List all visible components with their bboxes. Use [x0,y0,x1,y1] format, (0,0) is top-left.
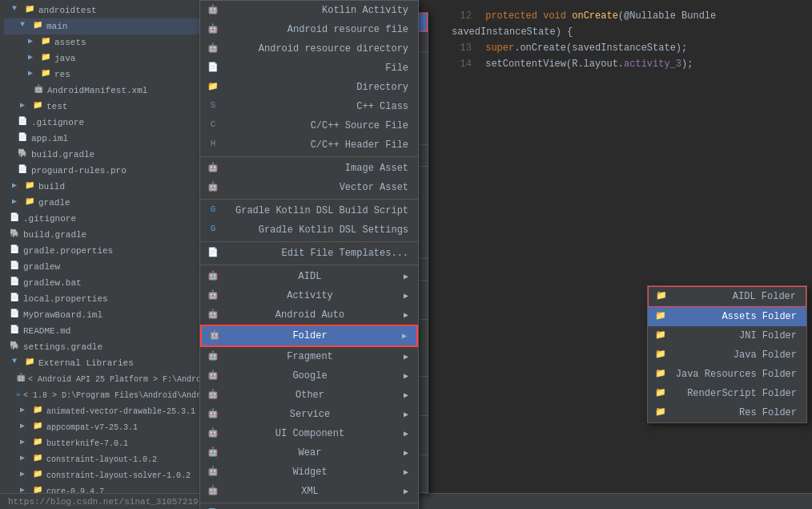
vector-asset-icon: 🤖 [207,181,219,194]
submenu-cpp-header[interactable]: H C/C++ Header File [200,135,418,155]
submenu-other[interactable]: 🤖 Other ▶ [200,386,418,405]
image-asset-icon: 🤖 [207,162,219,175]
tree-item-gitignore-app[interactable]: 📄 .gitignore [4,115,203,131]
tree-item-external-libraries[interactable]: ▼ 📁 External Libraries [4,355,203,371]
file-tree: ▼ 📁 androidtest ▼ 📁 main ▶ 📁 assets ▶ 📁 … [0,0,208,509]
android-resource-file-icon: 🤖 [207,23,219,36]
tree-item-constraint-layout[interactable]: ▶ 📁 constraint-layout-1.0.2 [4,451,203,467]
tree-item-readme[interactable]: 📄 README.md [4,323,203,339]
other-icon: 🤖 [207,389,219,402]
tree-item-gradlew[interactable]: 📄 gradlew [4,259,203,275]
java-resources-folder-icon: 📁 [654,368,667,381]
submenu-vector-asset[interactable]: 🤖 Vector Asset [200,178,418,197]
tree-item-assets[interactable]: ▶ 📁 assets [4,34,203,50]
submenu-aidl[interactable]: 🤖 AIDL ▶ [200,267,418,286]
tree-item-butterknife[interactable]: ▶ 📁 butterknife-7.0.1 [4,435,203,451]
submenu-widget[interactable]: 🤖 Widget ▶ [200,463,418,482]
submenu-gradle-build[interactable]: G Gradle Kotlin DSL Build Script [200,201,418,220]
tree-item-animated-vector[interactable]: ▶ 📁 animated-vector-drawable-25.3.1 [4,403,203,419]
tree-item-build-gradle-root[interactable]: 🐘 build.gradle [4,227,203,243]
submenu-kotlin-activity[interactable]: 🤖 Kotlin Activity [200,1,418,20]
tree-item-gitignore-root[interactable]: 📄 .gitignore [4,211,203,227]
submenu-file[interactable]: 📄 File [200,59,418,78]
java-folder-icon: 📁 [654,349,667,362]
tree-item-appcompat[interactable]: ▶ 📁 appcompat-v7-25.3.1 [4,419,203,435]
folder-submenu-aidl[interactable]: 📁 AIDL Folder [648,286,806,307]
submenu-android-resource-file[interactable]: 🤖 Android resource file [200,20,418,39]
tree-item-main[interactable]: ▼ 📁 main [4,18,203,34]
file-icon: 📄 [207,62,219,75]
cpp-header-icon: H [207,139,219,151]
tree-item-jdk18[interactable]: ☕ < 1.8 > D:\Program Files\Android\Andrc [4,387,203,403]
tree-item-test[interactable]: ▶ 📁 test [4,99,203,115]
submenu-resource-bundle[interactable]: 📄 Resource Bundle [200,505,418,509]
tree-item-settings-gradle[interactable]: 🐘 settings.gradle [4,339,203,355]
widget-icon: 🤖 [207,466,219,479]
tree-item-mydrawboard-iml[interactable]: 📄 MyDrawBoard.iml [4,307,203,323]
new-sep-2 [200,199,418,200]
folder-submenu-java[interactable]: 📁 Java Folder [648,345,806,365]
submenu-cpp-source[interactable]: C C/C++ Source File [200,116,418,135]
submenu-service[interactable]: 🤖 Service ▶ [200,405,418,424]
tree-item-app-iml[interactable]: 📄 app.iml [4,131,203,147]
tree-item-proguard[interactable]: 📄 proguard-rules.pro [4,163,203,179]
submenu-fragment[interactable]: 🤖 Fragment ▶ [200,347,418,366]
android-auto-icon: 🤖 [207,309,219,321]
directory-icon: 📁 [207,81,219,94]
renderscript-folder-icon: 📁 [654,387,667,400]
folder-submenu-jni[interactable]: 📁 JNI Folder [648,326,806,345]
tree-item-gradlew-bat[interactable]: 📄 gradlew.bat [4,275,203,291]
folder-submenu-renderscript[interactable]: 📁 RenderScript Folder [648,384,806,403]
cpp-class-icon: S [207,100,219,113]
status-url: https://blog.csdn.net/sinat_31057219 [8,497,199,507]
submenu-xml[interactable]: 🤖 XML ▶ [200,482,418,501]
tree-item-res[interactable]: ▶ 📁 res [4,67,203,83]
tree-item-gradle-properties[interactable]: 📄 gradle.properties [4,243,203,259]
folder-submenu: 📁 AIDL Folder 📁 Assets Folder 📁 JNI Fold… [647,285,807,423]
submenu-folder[interactable]: 🤖 Folder ▶ [200,325,418,347]
aidl-folder-icon: 📁 [655,290,668,303]
tree-item-gradle[interactable]: ▶ 📁 gradle [4,195,203,211]
new-sep-1 [200,156,418,157]
wear-icon: 🤖 [207,446,219,459]
tree-item-api25[interactable]: 🤖 < Android API 25 Platform > F:\Android… [4,371,203,387]
submenu-image-asset[interactable]: 🤖 Image Asset [200,159,418,178]
tree-item-java[interactable]: ▶ 📁 java [4,50,203,67]
tree-item-constraint-layout-solver[interactable]: ▶ 📁 constraint-layout-solver-1.0.2 [4,467,203,483]
submenu-edit-templates[interactable]: 📄 Edit File Templates... [200,244,418,263]
folder-submenu-res[interactable]: 📁 Res Folder [648,403,806,422]
assets-folder-icon: 📁 [654,310,667,323]
new-submenu: 🤖 Kotlin Activity 🤖 Android resource fil… [199,0,419,509]
folder-submenu-assets[interactable]: 📁 Assets Folder [648,307,806,326]
xml-menu-icon: 🤖 [207,485,219,498]
submenu-directory[interactable]: 📁 Directory [200,78,418,97]
submenu-wear[interactable]: 🤖 Wear ▶ [200,443,418,463]
tree-item-build[interactable]: ▶ 📁 build [4,179,203,195]
tree-item-build-gradle-app[interactable]: 🐘 build.gradle [4,147,203,163]
editor-code: 12 protected void onCreate(@Nullable Bun… [444,0,812,509]
res-folder-icon: 📁 [654,406,667,419]
new-sep-3 [200,241,418,242]
submenu-cpp-class[interactable]: S C++ Class [200,97,418,116]
tree-item-manifest[interactable]: 🤖 AndroidManifest.xml [4,83,203,99]
folder-menu-icon: 🤖 [208,329,221,342]
tree-item-androidtest[interactable]: ▼ 📁 androidtest [4,2,203,18]
edit-templates-icon: 📄 [207,247,219,260]
submenu-android-resource-dir[interactable]: 🤖 Android resource directory [200,39,418,59]
activity-icon: 🤖 [207,289,219,302]
submenu-android-auto[interactable]: 🤖 Android Auto ▶ [200,305,418,325]
jni-folder-icon: 📁 [654,329,667,342]
google-icon: 🤖 [207,370,219,382]
gradle-build-icon: G [207,204,219,217]
submenu-gradle-settings[interactable]: G Gradle Kotlin DSL Settings [200,220,418,240]
new-sep-5 [200,503,418,503]
submenu-google[interactable]: 🤖 Google ▶ [200,366,418,386]
tree-item-local-properties[interactable]: 📄 local.properties [4,291,203,307]
aidl-icon: 🤖 [207,270,219,283]
cpp-source-icon: C [207,119,219,132]
submenu-activity[interactable]: 🤖 Activity ▶ [200,286,418,305]
gradle-settings-icon: G [207,224,219,236]
folder-submenu-java-resources[interactable]: 📁 Java Resources Folder [648,365,806,384]
submenu-ui-component[interactable]: 🤖 UI Component ▶ [200,424,418,443]
fragment-icon: 🤖 [207,350,219,363]
